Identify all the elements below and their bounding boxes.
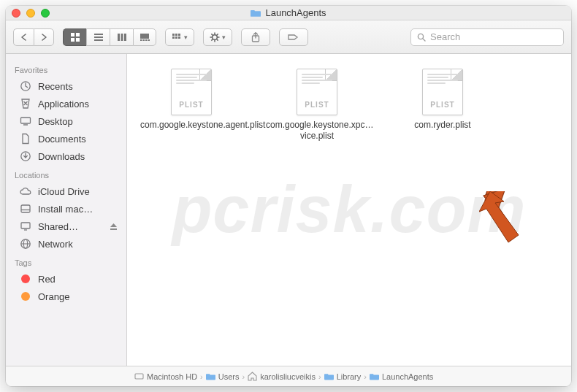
- search-field[interactable]: Search: [410, 28, 564, 46]
- svg-rect-44: [135, 374, 143, 379]
- sidebar-tag-red[interactable]: Red: [6, 270, 126, 288]
- sidebar-item-recents[interactable]: Recents: [6, 77, 126, 95]
- cloud-icon: [19, 185, 32, 198]
- tag-red-icon: [19, 272, 32, 285]
- svg-rect-4: [94, 34, 103, 35]
- sidebar-header: Favorites: [6, 60, 126, 77]
- path-item[interactable]: karolisliucveikis: [248, 372, 316, 381]
- icon-view-button[interactable]: [63, 28, 86, 46]
- file-item[interactable]: PLIST com.google.keystone.agent.plist: [140, 69, 242, 142]
- svg-rect-11: [140, 39, 142, 41]
- svg-rect-8: [121, 34, 123, 41]
- path-item[interactable]: Macintosh HD: [134, 372, 197, 381]
- computer-icon: [19, 220, 32, 233]
- file-name: com.google.keystone.xpc…vice.plist: [266, 120, 368, 142]
- pathbar: Macintosh HD › Users › karolisliucveikis…: [6, 366, 571, 386]
- plist-file-icon: PLIST: [168, 69, 215, 115]
- svg-line-29: [211, 39, 213, 40]
- finder-window: LaunchAgents: [6, 6, 571, 386]
- svg-line-26: [211, 34, 213, 35]
- svg-rect-12: [143, 39, 145, 41]
- svg-rect-38: [21, 223, 30, 228]
- network-icon: [19, 237, 32, 250]
- sidebar-tag-orange[interactable]: Orange: [6, 288, 126, 305]
- sidebar-item-shared[interactable]: Shared…: [6, 218, 126, 235]
- list-view-button[interactable]: [86, 28, 110, 46]
- sidebar: Favorites Recents Applications Desktop D…: [6, 54, 127, 366]
- window-title: LaunchAgents: [50, 7, 527, 18]
- home-icon: [248, 372, 257, 381]
- svg-rect-17: [178, 34, 180, 36]
- arrange-button[interactable]: ▾: [165, 28, 194, 46]
- path-item[interactable]: Library: [324, 372, 362, 381]
- sidebar-header: Tags: [6, 253, 126, 270]
- svg-rect-2: [71, 38, 74, 42]
- path-item[interactable]: LaunchAgents: [370, 372, 433, 381]
- doc-icon: [19, 132, 32, 145]
- svg-marker-43: [479, 191, 519, 242]
- svg-rect-6: [94, 39, 103, 41]
- disk-icon: [19, 202, 32, 215]
- file-name: com.ryder.plist: [414, 120, 470, 131]
- content-area[interactable]: pcrisk.com PLIST com.google.keystone.age…: [127, 54, 571, 366]
- svg-rect-1: [76, 33, 80, 36]
- tags-button[interactable]: [279, 28, 308, 46]
- path-item[interactable]: Users: [206, 372, 240, 381]
- svg-rect-3: [76, 38, 80, 42]
- svg-rect-39: [110, 228, 117, 230]
- svg-rect-36: [21, 205, 30, 212]
- svg-rect-7: [118, 34, 120, 41]
- action-button[interactable]: ▾: [203, 28, 232, 46]
- svg-line-28: [217, 34, 218, 35]
- svg-rect-9: [124, 34, 126, 41]
- minimize-button[interactable]: [26, 9, 35, 18]
- search-icon: [417, 33, 426, 42]
- svg-line-27: [217, 39, 218, 40]
- eject-icon[interactable]: [110, 223, 118, 231]
- svg-point-21: [213, 34, 218, 39]
- column-view-button[interactable]: [110, 28, 133, 46]
- svg-rect-0: [71, 33, 74, 36]
- sidebar-item-network[interactable]: Network: [6, 235, 126, 253]
- desktop-icon: [19, 115, 32, 128]
- file-item[interactable]: PLIST com.google.keystone.xpc…vice.plist: [266, 69, 368, 142]
- zoom-button[interactable]: [41, 9, 50, 18]
- tag-orange-icon: [19, 290, 32, 303]
- svg-rect-10: [140, 34, 149, 39]
- gallery-view-button[interactable]: [133, 28, 156, 46]
- sidebar-item-install[interactable]: Install mac…: [6, 200, 126, 218]
- svg-rect-19: [175, 36, 177, 39]
- search-placeholder: Search: [430, 31, 460, 42]
- app-icon: [19, 97, 32, 110]
- annotation-arrow-icon: [479, 191, 523, 250]
- file-name: com.google.keystone.agent.plist: [140, 120, 242, 131]
- toolbar: ▾ ▾ Search: [6, 20, 571, 54]
- sidebar-item-downloads[interactable]: Downloads: [6, 147, 126, 165]
- download-icon: [19, 150, 32, 163]
- share-button[interactable]: [241, 28, 270, 46]
- svg-rect-5: [94, 36, 103, 38]
- sidebar-item-desktop[interactable]: Desktop: [6, 112, 126, 130]
- sidebar-item-documents[interactable]: Documents: [6, 130, 126, 147]
- back-button[interactable]: [13, 28, 34, 46]
- clock-icon: [19, 80, 32, 93]
- svg-rect-14: [148, 39, 150, 41]
- file-item[interactable]: PLIST com.ryder.plist: [391, 69, 494, 142]
- sidebar-item-applications[interactable]: Applications: [6, 95, 126, 112]
- close-button[interactable]: [12, 9, 20, 18]
- chevron-right-icon: ›: [318, 372, 321, 381]
- sidebar-item-icloud[interactable]: iCloud Drive: [6, 182, 126, 200]
- svg-line-32: [423, 39, 425, 41]
- folder-icon: [206, 372, 215, 380]
- svg-rect-34: [21, 118, 31, 123]
- view-mode-group: [63, 28, 156, 46]
- svg-rect-20: [178, 36, 180, 39]
- forward-button[interactable]: [34, 28, 54, 46]
- chevron-right-icon: ›: [200, 372, 203, 381]
- svg-rect-16: [175, 34, 177, 36]
- sidebar-header: Locations: [6, 165, 126, 182]
- hd-icon: [134, 372, 144, 381]
- svg-rect-15: [172, 34, 175, 36]
- folder-icon: [370, 372, 379, 380]
- titlebar: LaunchAgents: [6, 6, 571, 20]
